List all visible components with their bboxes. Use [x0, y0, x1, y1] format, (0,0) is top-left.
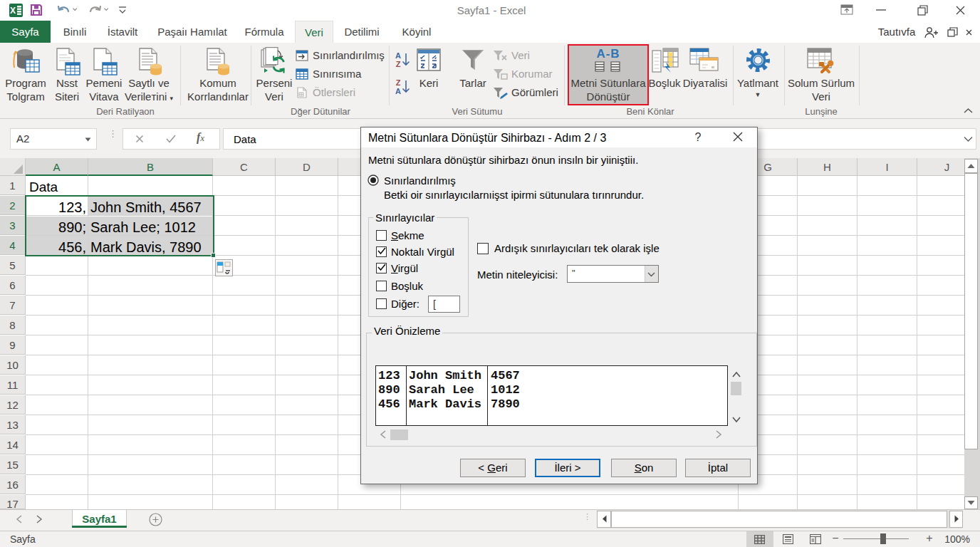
svg-text:Z: Z — [396, 60, 401, 68]
svg-text:X: X — [10, 6, 16, 16]
svg-text:A: A — [395, 51, 401, 60]
